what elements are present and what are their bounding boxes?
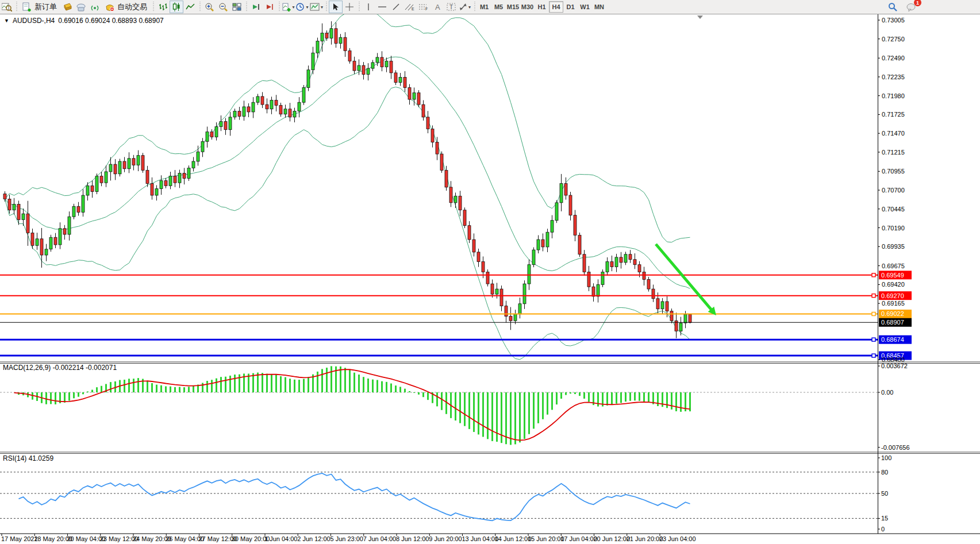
svg-text:0.68674: 0.68674 <box>881 336 904 343</box>
fibonacci-button[interactable]: F <box>417 1 431 13</box>
zoom-in-icon <box>205 2 214 11</box>
svg-text:0.72490: 0.72490 <box>882 55 905 61</box>
signal-waves-icon <box>90 3 100 11</box>
timeframe-m1-button[interactable]: M1 <box>477 1 491 13</box>
vertical-line-button[interactable] <box>362 1 375 13</box>
svg-text:E: E <box>412 7 414 11</box>
toolbar-grip <box>325 2 328 12</box>
toolbar: 新订单 <box>0 0 980 14</box>
timeframe-d1-button[interactable]: D1 <box>563 1 578 13</box>
text-label-icon: T <box>447 3 456 11</box>
auto-scroll-button[interactable] <box>249 1 263 13</box>
svg-text:15: 15 <box>881 515 888 522</box>
fibonacci-icon: F <box>418 3 429 11</box>
text-label-button[interactable]: T <box>444 1 458 13</box>
svg-text:50: 50 <box>881 490 888 497</box>
symbol-period-label: AUDUSD-,H4 <box>13 17 55 25</box>
svg-text:15 Jun 20:00: 15 Jun 20:00 <box>528 535 564 542</box>
dropdown-caret-icon: ▾ <box>292 5 294 10</box>
timeframe-mn-button[interactable]: MN <box>592 1 606 13</box>
svg-text:7 Jun 04:00: 7 Jun 04:00 <box>363 535 397 542</box>
tile-windows-icon <box>232 3 241 11</box>
chart-shift-button[interactable] <box>263 1 276 13</box>
svg-text:T: T <box>449 4 453 10</box>
candlestick-chart-button[interactable] <box>170 1 183 13</box>
svg-text:0.69549: 0.69549 <box>881 272 904 279</box>
vertical-line-icon <box>366 3 371 11</box>
auto-trading-icon <box>105 3 115 11</box>
new-order-button[interactable]: 新订单 <box>19 1 60 13</box>
svg-text:0.72750: 0.72750 <box>882 36 905 43</box>
svg-text:0.68400: 0.68400 <box>882 356 905 363</box>
timeframe-m5-button[interactable]: M5 <box>491 1 506 13</box>
auto-trading-button[interactable]: 自动交易 <box>102 1 151 13</box>
zoom-out-button[interactable] <box>216 1 230 13</box>
timeframe-group: M1M5M15M30H1H4D1W1MN <box>477 1 606 13</box>
timeframe-m15-button[interactable]: M15 <box>506 1 520 13</box>
toolbar-right: 1 <box>886 1 918 13</box>
svg-text:0.69935: 0.69935 <box>882 243 905 250</box>
chart-shift-icon <box>266 3 274 11</box>
auto-scroll-icon <box>252 3 260 11</box>
crosshair-icon <box>345 3 353 11</box>
chart-area[interactable]: 0.695490.692700.690220.689070.686740.684… <box>0 0 980 544</box>
svg-text:0.69270: 0.69270 <box>881 292 904 299</box>
indicators-add-icon <box>282 3 291 11</box>
arrows-button[interactable]: ▾ <box>458 1 472 13</box>
svg-text:13 Jun 04:00: 13 Jun 04:00 <box>462 535 499 542</box>
history-center-button[interactable] <box>74 1 88 13</box>
auto-trading-label: 自动交易 <box>117 2 147 12</box>
timeframe-h1-button[interactable]: H1 <box>535 1 549 13</box>
search-button[interactable] <box>886 1 900 13</box>
ohlc-values: 0.69016 0.69024 0.68893 0.68907 <box>58 17 164 25</box>
svg-text:0.00: 0.00 <box>881 389 893 396</box>
svg-text:0.70955: 0.70955 <box>882 168 905 175</box>
svg-text:0.72235: 0.72235 <box>882 74 905 80</box>
templates-button[interactable]: ▾ <box>309 1 324 13</box>
channel-icon: E <box>405 3 415 11</box>
zoom-in-button[interactable] <box>202 1 216 13</box>
toolbar-grip <box>16 2 18 12</box>
svg-text:0.69675: 0.69675 <box>882 263 905 269</box>
svg-text:5 Jun 23:00: 5 Jun 23:00 <box>330 535 364 542</box>
signal-button[interactable] <box>88 1 102 13</box>
svg-text:-0.007656: -0.007656 <box>881 444 910 451</box>
template-icon <box>310 3 320 11</box>
line-chart-button[interactable] <box>183 1 197 13</box>
svg-text:9 Jun 20:00: 9 Jun 20:00 <box>429 535 462 542</box>
notifications-button[interactable]: 1 <box>904 1 918 13</box>
chart-preview-button[interactable] <box>0 1 14 13</box>
trendline-button[interactable] <box>389 1 403 13</box>
svg-text:0.70445: 0.70445 <box>882 206 905 213</box>
horizontal-line-button[interactable] <box>375 1 389 13</box>
svg-text:80: 80 <box>881 469 888 476</box>
new-order-icon <box>22 2 32 11</box>
line-chart-icon <box>186 3 195 11</box>
dropdown-caret-icon: ▾ <box>468 5 471 10</box>
cursor-button[interactable] <box>329 1 343 13</box>
timeframe-w1-button[interactable]: W1 <box>578 1 592 13</box>
trendline-icon <box>392 3 400 11</box>
svg-text:17 Jun 04:00: 17 Jun 04:00 <box>560 535 597 542</box>
bar-chart-button[interactable] <box>156 1 170 13</box>
clock-icon <box>296 3 305 11</box>
periods-button[interactable]: ▾ <box>295 1 309 13</box>
tile-windows-button[interactable] <box>230 1 244 13</box>
toolbar-grip <box>358 2 360 12</box>
svg-text:14 Jun 12:00: 14 Jun 12:00 <box>495 535 532 542</box>
text-button[interactable]: A <box>431 1 444 13</box>
indicators-button[interactable]: ▾ <box>282 1 295 13</box>
arrows-icon <box>459 3 467 11</box>
gold-box-button[interactable] <box>60 1 74 13</box>
svg-text:0.68907: 0.68907 <box>881 319 904 326</box>
toolbar-grip <box>199 2 201 12</box>
metatrader-window: 新订单 <box>0 0 980 544</box>
timeframe-h4-button[interactable]: H4 <box>549 1 563 13</box>
equidistant-channel-button[interactable]: E <box>403 1 417 13</box>
crosshair-button[interactable] <box>343 1 356 13</box>
svg-text:0.69420: 0.69420 <box>882 281 905 288</box>
svg-text:100: 100 <box>881 454 891 461</box>
collapse-triangle-icon[interactable]: ▼ <box>4 18 9 24</box>
new-order-label: 新订单 <box>34 2 57 12</box>
timeframe-m30-button[interactable]: M30 <box>520 1 535 13</box>
